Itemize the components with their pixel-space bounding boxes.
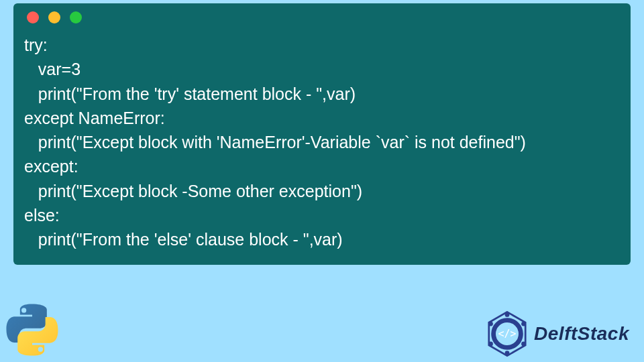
code-line: print("Except block -Some other exceptio…: [24, 179, 620, 203]
svg-point-3: [521, 322, 526, 326]
python-logo-icon: [5, 303, 59, 357]
svg-point-2: [505, 312, 510, 317]
code-line: else:: [24, 203, 620, 227]
svg-point-4: [521, 342, 526, 347]
brand: </> DelftStack: [484, 311, 629, 357]
code-line: except:: [24, 154, 620, 178]
maximize-icon: [70, 11, 82, 23]
code-line: var=3: [24, 57, 620, 81]
minimize-icon: [48, 11, 60, 23]
code-window: try: var=3 print("From the 'try' stateme…: [13, 3, 631, 265]
window-traffic-lights: [24, 11, 620, 23]
svg-text:</>: </>: [498, 328, 517, 340]
code-line: try:: [24, 33, 620, 57]
brand-text: DelftStack: [534, 323, 629, 345]
code-line: print("From the 'else' clause block - ",…: [24, 227, 620, 251]
svg-point-5: [505, 351, 510, 355]
svg-point-6: [488, 342, 493, 347]
code-line: print("Except block with 'NameError'-Var…: [24, 130, 620, 154]
svg-point-7: [488, 322, 493, 326]
delftstack-badge-icon: </>: [484, 311, 530, 357]
close-icon: [27, 11, 39, 23]
code-block: try: var=3 print("From the 'try' stateme…: [24, 33, 620, 251]
code-line: except NameError:: [24, 106, 620, 130]
footer: </> DelftStack: [0, 265, 644, 362]
code-line: print("From the 'try' statement block - …: [24, 82, 620, 106]
